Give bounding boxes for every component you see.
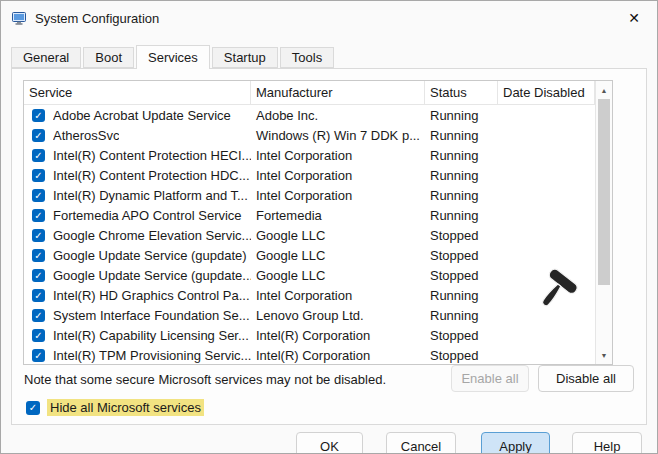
enable-all-button[interactable]: Enable all xyxy=(451,365,529,392)
service-checkbox[interactable]: ✓ xyxy=(32,129,45,142)
service-name: Intel(R) Content Protection HECI... xyxy=(53,148,251,163)
service-checkbox[interactable]: ✓ xyxy=(32,169,45,182)
service-name: Adobe Acrobat Update Service xyxy=(53,108,231,123)
services-list-body: ✓ Adobe Acrobat Update Service Adobe Inc… xyxy=(24,105,595,364)
service-manufacturer: Google LLC xyxy=(251,228,425,243)
service-name: Fortemedia APO Control Service xyxy=(53,208,242,223)
service-row[interactable]: ✓ System Interface Foundation Se... Leno… xyxy=(24,305,595,325)
service-row[interactable]: ✓ Google Update Service (gupdate... Goog… xyxy=(24,265,595,285)
service-checkbox[interactable]: ✓ xyxy=(32,109,45,122)
cancel-button[interactable]: Cancel xyxy=(386,432,456,454)
service-status: Running xyxy=(425,188,498,203)
service-status: Stopped xyxy=(425,268,498,283)
service-name: Intel(R) HD Graphics Control Pa... xyxy=(53,288,250,303)
service-row[interactable]: ✓ Google Chrome Elevation Servic... Goog… xyxy=(24,225,595,245)
service-manufacturer: Fortemedia xyxy=(251,208,425,223)
services-tab-panel: Service Manufacturer Status Date Disable… xyxy=(11,68,647,425)
service-status: Stopped xyxy=(425,328,498,343)
service-name: Google Chrome Elevation Servic... xyxy=(53,228,251,243)
service-manufacturer: Adobe Inc. xyxy=(251,108,425,123)
service-row[interactable]: ✓ Intel(R) Capability Licensing Ser... I… xyxy=(24,325,595,345)
service-name: Google Update Service (gupdate) xyxy=(53,248,247,263)
hide-microsoft-label[interactable]: Hide all Microsoft services xyxy=(47,399,204,416)
service-status: Running xyxy=(425,208,498,223)
service-manufacturer: Intel(R) Corporation xyxy=(251,348,425,363)
scroll-down-icon[interactable]: ▼ xyxy=(596,347,612,363)
service-manufacturer: Intel Corporation xyxy=(251,188,425,203)
tab-boot[interactable]: Boot xyxy=(83,47,134,68)
service-status: Running xyxy=(425,288,498,303)
tab-strip: General Boot Services Startup Tools xyxy=(11,45,336,69)
service-row[interactable]: ✓ Google Update Service (gupdate) Google… xyxy=(24,245,595,265)
service-checkbox[interactable]: ✓ xyxy=(32,189,45,202)
hide-microsoft-row: ✓ Hide all Microsoft services xyxy=(26,399,204,416)
service-status: Running xyxy=(425,108,498,123)
service-status: Running xyxy=(425,148,498,163)
service-name: Intel(R) Capability Licensing Ser... xyxy=(53,328,249,343)
column-header-status[interactable]: Status xyxy=(425,81,498,104)
tab-services[interactable]: Services xyxy=(136,45,210,69)
service-manufacturer: Intel(R) Corporation xyxy=(251,328,425,343)
service-row[interactable]: ✓ Adobe Acrobat Update Service Adobe Inc… xyxy=(24,105,595,125)
service-manufacturer: Windows (R) Win 7 DDK p... xyxy=(251,128,425,143)
service-checkbox[interactable]: ✓ xyxy=(32,349,45,362)
scroll-up-icon[interactable]: ▲ xyxy=(596,82,612,98)
service-name: AtherosSvc xyxy=(53,128,119,143)
service-manufacturer: Lenovo Group Ltd. xyxy=(251,308,425,323)
window-title: System Configuration xyxy=(35,11,159,26)
service-status: Stopped xyxy=(425,248,498,263)
hide-microsoft-checkbox[interactable]: ✓ xyxy=(26,401,40,415)
service-checkbox[interactable]: ✓ xyxy=(32,329,45,342)
service-status: Running xyxy=(425,308,498,323)
disable-all-button[interactable]: Disable all xyxy=(538,365,634,392)
column-header-service[interactable]: Service xyxy=(24,81,251,104)
msconfig-app-icon xyxy=(11,10,27,26)
service-row[interactable]: ✓ Intel(R) Content Protection HDC... Int… xyxy=(24,165,595,185)
service-status: Stopped xyxy=(425,228,498,243)
service-row[interactable]: ✓ Fortemedia APO Control Service Forteme… xyxy=(24,205,595,225)
service-name: Intel(R) Dynamic Platform and T... xyxy=(53,188,248,203)
service-row[interactable]: ✓ Intel(R) Content Protection HECI... In… xyxy=(24,145,595,165)
apply-button[interactable]: Apply xyxy=(481,432,550,454)
service-name: Intel(R) TPM Provisioning Servic... xyxy=(53,348,251,363)
service-checkbox[interactable]: ✓ xyxy=(32,209,45,222)
service-row[interactable]: ✓ Intel(R) Dynamic Platform and T... Int… xyxy=(24,185,595,205)
ok-button[interactable]: OK xyxy=(296,432,363,454)
services-list: Service Manufacturer Status Date Disable… xyxy=(23,80,613,365)
service-status: Running xyxy=(425,168,498,183)
service-row[interactable]: ✓ Intel(R) HD Graphics Control Pa... Int… xyxy=(24,285,595,305)
tab-startup[interactable]: Startup xyxy=(212,47,278,68)
vertical-scrollbar[interactable]: ▲ ▼ xyxy=(595,81,612,364)
service-checkbox[interactable]: ✓ xyxy=(32,269,45,282)
service-checkbox[interactable]: ✓ xyxy=(32,149,45,162)
column-header-manufacturer[interactable]: Manufacturer xyxy=(251,81,425,104)
system-configuration-window: System Configuration ✕ General Boot Serv… xyxy=(0,0,658,454)
service-status: Stopped xyxy=(425,348,498,363)
tab-general[interactable]: General xyxy=(11,47,81,68)
service-checkbox[interactable]: ✓ xyxy=(32,229,45,242)
service-name: Google Update Service (gupdate... xyxy=(53,268,251,283)
column-header-date-disabled[interactable]: Date Disabled xyxy=(498,81,595,104)
tab-tools[interactable]: Tools xyxy=(280,47,334,68)
titlebar: System Configuration ✕ xyxy=(1,1,657,35)
service-manufacturer: Google LLC xyxy=(251,248,425,263)
service-manufacturer: Google LLC xyxy=(251,268,425,283)
service-checkbox[interactable]: ✓ xyxy=(32,249,45,262)
service-manufacturer: Intel Corporation xyxy=(251,148,425,163)
note-text: Note that some secure Microsoft services… xyxy=(24,372,386,387)
close-icon: ✕ xyxy=(628,10,640,26)
scrollbar-thumb[interactable] xyxy=(598,99,610,285)
service-manufacturer: Intel Corporation xyxy=(251,288,425,303)
services-list-header: Service Manufacturer Status Date Disable… xyxy=(24,81,595,105)
service-name: Intel(R) Content Protection HDC... xyxy=(53,168,250,183)
service-row[interactable]: ✓ AtherosSvc Windows (R) Win 7 DDK p... … xyxy=(24,125,595,145)
help-button[interactable]: Help xyxy=(572,432,642,454)
close-button[interactable]: ✕ xyxy=(611,1,657,35)
service-checkbox[interactable]: ✓ xyxy=(32,309,45,322)
service-checkbox[interactable]: ✓ xyxy=(32,289,45,302)
service-name: System Interface Foundation Se... xyxy=(53,308,250,323)
service-status: Running xyxy=(425,128,498,143)
service-row[interactable]: ✓ Intel(R) TPM Provisioning Servic... In… xyxy=(24,345,595,364)
service-manufacturer: Intel Corporation xyxy=(251,168,425,183)
